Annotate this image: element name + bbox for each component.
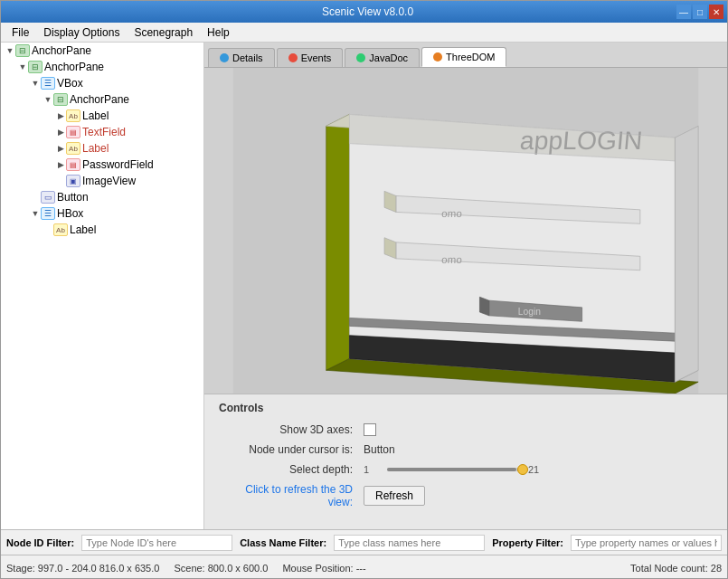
slider-max-label: 21 — [528, 464, 546, 475]
tree-icon-label: Ab — [53, 223, 68, 236]
slider-thumb[interactable] — [517, 464, 528, 475]
tab-details[interactable]: Details — [208, 48, 275, 67]
minimize-button[interactable]: — — [676, 5, 691, 19]
tree-label-label-2: Label — [82, 142, 109, 155]
node-id-filter-input[interactable] — [81, 535, 232, 551]
tree-item-passwordfield[interactable]: ▶▤PasswordField — [1, 157, 203, 173]
status-bar: Stage: 997.0 - 204.0 816.0 x 635.0 Scene… — [1, 555, 727, 579]
tree-icon-pane: ⊟ — [15, 44, 30, 57]
slider-min-label: 1 — [364, 464, 382, 475]
tree-item-anchorpane-root[interactable]: ▼⊟AnchorPane — [1, 43, 203, 59]
tree-item-textfield[interactable]: ▶▤TextField — [1, 124, 203, 140]
tab-icon-javadoc — [356, 53, 365, 62]
node-cursor-row: Node under cursor is: Button — [219, 443, 713, 456]
tree-toggle-passwordfield[interactable]: ▶ — [55, 160, 66, 169]
tree-item-label-1[interactable]: ▶AbLabel — [1, 108, 203, 124]
tree-icon-imageview: ▣ — [66, 175, 80, 187]
3d-view-area: appLOGIN omo omo — [204, 68, 727, 394]
content-area: DetailsEventsJavaDocThreeDOM — [204, 43, 727, 529]
svg-text:omo: omo — [441, 254, 462, 265]
tree-icon-textfield: ▤ — [66, 126, 80, 138]
tree-toggle-anchorpane-2[interactable]: ▼ — [43, 95, 53, 104]
tree-icon-button: ▭ — [41, 191, 55, 204]
tree-toggle-textfield[interactable]: ▶ — [55, 128, 66, 137]
tab-icon-details — [220, 53, 229, 62]
tree-toggle-anchorpane-root[interactable]: ▼ — [5, 46, 15, 55]
tree-toggle-label-1[interactable]: ▶ — [55, 111, 66, 120]
tree-toggle-anchorpane-1[interactable]: ▼ — [17, 62, 28, 71]
tree-label-anchorpane-root: AnchorPane — [32, 44, 91, 57]
menu-scenegraph[interactable]: Scenegraph — [127, 24, 200, 41]
tree-icon-pwfield: ▤ — [66, 158, 80, 171]
select-depth-row: Select depth: 1 21 — [219, 463, 713, 476]
menu-display-options[interactable]: Display Options — [36, 24, 127, 41]
maximize-button[interactable]: □ — [693, 5, 707, 19]
tree-label-label-3: Label — [70, 223, 96, 236]
main-layout: ▼⊟AnchorPane▼⊟AnchorPane▼☰VBox▼⊟AnchorPa… — [1, 43, 727, 529]
controls-panel: Controls Show 3D axes: Node under cursor… — [204, 394, 727, 529]
tree-item-anchorpane-2[interactable]: ▼⊟AnchorPane — [1, 91, 203, 108]
refresh-row: Click to refresh the 3D view: Refresh — [219, 483, 713, 508]
tree-icon-hbox: ☰ — [41, 207, 55, 220]
tab-label-javadoc: JavaDoc — [369, 52, 408, 63]
filter-bar: Node ID Filter: Class Name Filter: Prope… — [1, 529, 727, 555]
tab-icon-threedom — [433, 52, 442, 62]
svg-text:omo: omo — [441, 208, 462, 219]
stage-info: Stage: 997.0 - 204.0 816.0 x 635.0 — [6, 563, 159, 574]
slider-fill — [387, 468, 516, 471]
property-filter-label: Property Filter: — [492, 537, 563, 548]
node-cursor-label: Node under cursor is: — [219, 443, 364, 456]
tab-events[interactable]: Events — [277, 48, 344, 67]
tree-label-hbox: HBox — [57, 207, 83, 220]
tab-javadoc[interactable]: JavaDoc — [345, 48, 420, 67]
menu-help[interactable]: Help — [200, 24, 237, 41]
tab-bar: DetailsEventsJavaDocThreeDOM — [204, 43, 727, 68]
show-axes-checkbox[interactable] — [364, 423, 376, 436]
sidebar: ▼⊟AnchorPane▼⊟AnchorPane▼☰VBox▼⊟AnchorPa… — [1, 43, 204, 529]
tab-label-details: Details — [232, 52, 263, 63]
tree-label-vbox: VBox — [57, 77, 83, 90]
tree-label-textfield: TextField — [82, 126, 126, 138]
tree-item-vbox[interactable]: ▼☰VBox — [1, 75, 203, 91]
menu-file[interactable]: File — [5, 24, 36, 41]
svg-text:appLOGIN: appLOGIN — [519, 126, 644, 155]
node-cursor-value: Button — [364, 443, 395, 456]
tree-icon-pane: ⊟ — [28, 61, 43, 73]
window-controls: — □ ✕ — [676, 5, 723, 19]
refresh-button[interactable]: Refresh — [364, 486, 425, 506]
tab-label-events: Events — [301, 52, 332, 63]
tree-label-anchorpane-1: AnchorPane — [44, 61, 104, 73]
controls-title: Controls — [219, 402, 713, 414]
tab-icon-events — [288, 53, 298, 62]
tree-icon-vbox: ☰ — [41, 77, 55, 90]
tree-item-anchorpane-1[interactable]: ▼⊟AnchorPane — [1, 59, 203, 75]
tree-toggle-vbox[interactable]: ▼ — [30, 79, 41, 88]
refresh-link[interactable]: Click to refresh the 3D view: — [245, 483, 353, 508]
tree-item-label-3[interactable]: AbLabel — [1, 222, 203, 238]
tree-label-passwordfield: PasswordField — [82, 158, 154, 171]
tree-item-label-2[interactable]: ▶AbLabel — [1, 140, 203, 157]
tree-item-hbox[interactable]: ▼☰HBox — [1, 205, 203, 222]
node-id-filter-label: Node ID Filter: — [6, 537, 74, 548]
tree-item-imageview[interactable]: ▣ImageView — [1, 173, 203, 189]
mouse-position: Mouse Position: --- — [282, 563, 365, 574]
refresh-link-container: Click to refresh the 3D view: — [219, 483, 364, 508]
depth-slider-track[interactable] — [387, 468, 523, 471]
tree-label-label-1: Label — [82, 109, 109, 122]
title-bar: Scenic View v8.0.0 — □ ✕ — [1, 1, 727, 23]
scene-info: Scene: 800.0 x 600.0 — [174, 563, 268, 574]
class-name-filter-label: Class Name Filter: — [240, 537, 326, 548]
window-title: Scenic View v8.0.0 — [59, 5, 676, 18]
tree-label-button: Button — [57, 191, 89, 204]
close-button[interactable]: ✕ — [709, 5, 723, 19]
tree-icon-label: Ab — [66, 142, 80, 155]
tree-item-button[interactable]: ▭Button — [1, 189, 203, 205]
class-name-filter-input[interactable] — [334, 535, 485, 551]
tree-toggle-label-2[interactable]: ▶ — [55, 144, 66, 153]
tree-toggle-hbox[interactable]: ▼ — [30, 209, 41, 218]
tab-threedom[interactable]: ThreeDOM — [421, 47, 506, 67]
tree-icon-pane: ⊟ — [53, 93, 68, 106]
svg-text:Login: Login — [518, 307, 541, 317]
property-filter-input[interactable] — [571, 535, 722, 551]
tree-label-imageview: ImageView — [82, 175, 136, 187]
